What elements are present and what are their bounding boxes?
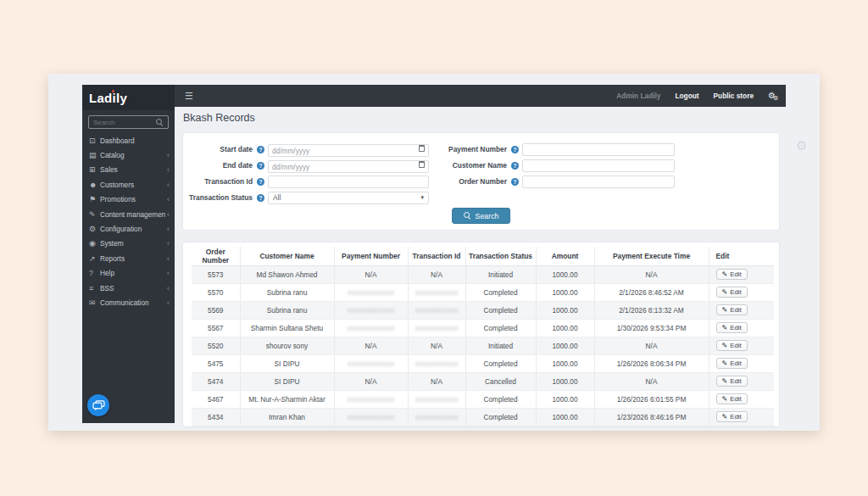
table-row: 5474SI DIPUN/AN/ACancelled1000.00N/A✎Edi… bbox=[192, 372, 774, 390]
chevron-left-icon: ‹ bbox=[167, 181, 170, 189]
records-panel: Order NumberCustomer NamePayment NumberT… bbox=[182, 242, 780, 427]
calendar-icon[interactable] bbox=[419, 161, 425, 168]
sidebar-item-dashboard[interactable]: ⊡Dashboard bbox=[82, 133, 175, 148]
table-row: 5567Sharmin Sultana ShetuXXXXXXXXXXXXXXX… bbox=[192, 319, 774, 337]
calendar-icon[interactable] bbox=[419, 145, 425, 152]
help-icon[interactable]: ? bbox=[511, 178, 519, 186]
admin-account-link[interactable]: Admin Ladily bbox=[616, 92, 660, 100]
customer-name-input[interactable] bbox=[522, 159, 675, 172]
sidebar-search-input[interactable] bbox=[93, 119, 156, 126]
cell-order-number: 5467 bbox=[192, 390, 240, 408]
chevron-left-icon: ‹ bbox=[167, 195, 170, 203]
cell-payment-number: N/A bbox=[334, 337, 408, 354]
page-title: Bkash Records bbox=[183, 112, 255, 124]
transaction-status-select[interactable]: All ▾ bbox=[268, 192, 429, 204]
transaction-id-input[interactable] bbox=[268, 176, 429, 188]
help-icon: ? bbox=[89, 269, 100, 277]
sidebar-item-promotions[interactable]: ⚑Promotions‹ bbox=[82, 192, 175, 207]
sidebar-item-catalog[interactable]: ▤Catalog‹ bbox=[82, 148, 175, 162]
cell-amount: 1000.00 bbox=[536, 319, 594, 337]
cell-payment-execute-time: 2/1/2026 8:13:32 AM bbox=[594, 301, 709, 319]
chat-widget-button[interactable] bbox=[87, 394, 109, 416]
help-icon[interactable]: ? bbox=[511, 162, 519, 170]
cell-edit: ✎Edit bbox=[709, 372, 774, 390]
sidebar: Ladily ⊡Dashboard▤Catalog‹⊞Sales‹☻Custom… bbox=[82, 85, 175, 423]
sidebar-item-customers[interactable]: ☻Customers‹ bbox=[82, 177, 175, 192]
edit-button[interactable]: ✎Edit bbox=[716, 376, 748, 387]
logout-link[interactable]: Logout bbox=[675, 92, 698, 100]
pencil-icon: ✎ bbox=[722, 270, 728, 278]
cell-transaction-id: XXXXXXXXXX bbox=[408, 283, 465, 301]
help-icon[interactable]: ? bbox=[257, 162, 264, 170]
edit-button[interactable]: ✎Edit bbox=[716, 287, 748, 298]
sidebar-item-configuration[interactable]: ⚙Configuration‹ bbox=[82, 221, 175, 236]
end-date-input[interactable] bbox=[268, 160, 429, 173]
payment-number-input[interactable] bbox=[522, 143, 675, 156]
cell-payment-number: XXXXXXXXXXX bbox=[334, 283, 408, 301]
help-icon[interactable]: ? bbox=[257, 178, 264, 186]
order-number-label: Order Number bbox=[437, 177, 509, 186]
cell-payment-number: XXXXXXXXXXX bbox=[334, 354, 408, 372]
column-header: Transaction Status bbox=[465, 247, 536, 265]
edit-button[interactable]: ✎Edit bbox=[716, 304, 748, 315]
cell-transaction-id: XXXXXXXXXX bbox=[408, 390, 465, 408]
table-row: 5520shourov sonyN/AN/AInitiated1000.00N/… bbox=[192, 337, 774, 354]
edit-button[interactable]: ✎Edit bbox=[716, 322, 748, 333]
sidebar-item-help[interactable]: ?Help‹ bbox=[82, 266, 175, 281]
start-date-input[interactable] bbox=[268, 144, 429, 157]
column-header: Order Number bbox=[192, 247, 240, 265]
cell-customer-name: SI DIPU bbox=[240, 354, 334, 372]
edit-button[interactable]: ✎Edit bbox=[716, 411, 748, 422]
sidebar-item-reports[interactable]: ↗Reports‹ bbox=[82, 251, 175, 265]
chevron-left-icon: ‹ bbox=[167, 254, 170, 263]
pencil-icon: ✎ bbox=[722, 395, 728, 403]
order-number-input[interactable] bbox=[522, 176, 675, 188]
edit-button[interactable]: ✎Edit bbox=[716, 340, 748, 351]
transaction-status-label: Transaction Status bbox=[183, 193, 255, 202]
sidebar-item-bss[interactable]: ≡BSS‹ bbox=[82, 281, 175, 295]
brand-logo[interactable]: Ladily bbox=[82, 85, 175, 110]
sidebar-item-communication[interactable]: ✉Communication‹ bbox=[82, 295, 175, 309]
cell-transaction-status: Completed bbox=[465, 319, 536, 337]
sales-icon: ⊞ bbox=[89, 165, 100, 174]
table-row: 5434Imran KhanXXXXXXXXXXXXXXXXXXXXXCompl… bbox=[192, 408, 774, 426]
cell-payment-number: XXXXXXXXXXX bbox=[334, 301, 408, 319]
cell-customer-name: shourov sony bbox=[240, 337, 334, 354]
hamburger-icon[interactable]: ☰ bbox=[185, 92, 193, 101]
cell-order-number: 5570 bbox=[192, 283, 240, 301]
pencil-icon: ✎ bbox=[722, 306, 728, 314]
settings-gears-icon[interactable]: ⚙⚙ bbox=[768, 92, 776, 100]
promotions-icon: ⚑ bbox=[89, 195, 100, 203]
edit-button[interactable]: ✎Edit bbox=[716, 393, 748, 404]
search-button[interactable]: Search bbox=[452, 208, 511, 224]
edit-button[interactable]: ✎Edit bbox=[716, 269, 748, 280]
edit-button[interactable]: ✎Edit bbox=[716, 358, 748, 369]
cell-payment-execute-time: 2/1/2026 8:46:52 AM bbox=[594, 283, 709, 301]
chevron-left-icon: ‹ bbox=[167, 298, 170, 307]
sidebar-item-content-management[interactable]: ✎Content management‹ bbox=[82, 207, 175, 221]
pencil-icon: ✎ bbox=[722, 377, 728, 385]
help-icon[interactable]: ? bbox=[511, 146, 519, 153]
public-store-link[interactable]: Public store bbox=[714, 92, 754, 100]
cell-transaction-id: XXXXXXXXXX bbox=[408, 301, 465, 319]
communication-icon: ✉ bbox=[89, 298, 100, 307]
dashboard-icon: ⊡ bbox=[89, 137, 100, 145]
reports-icon: ↗ bbox=[89, 254, 100, 263]
help-icon[interactable]: ? bbox=[257, 146, 264, 153]
cell-amount: 1000.00 bbox=[536, 372, 594, 390]
transaction-id-label: Transaction Id bbox=[183, 177, 255, 186]
sidebar-item-sales[interactable]: ⊞Sales‹ bbox=[82, 163, 175, 177]
cell-order-number: 5475 bbox=[192, 354, 240, 372]
help-icon[interactable]: ? bbox=[257, 194, 264, 202]
sidebar-item-system[interactable]: ◉System‹ bbox=[82, 237, 175, 251]
cell-payment-execute-time: 1/23/2026 8:46:16 PM bbox=[594, 408, 709, 426]
cell-transaction-id: XXXXXXXXXX bbox=[408, 319, 465, 337]
payment-number-label: Payment Number bbox=[437, 145, 509, 153]
bss-icon: ≡ bbox=[89, 284, 100, 293]
column-header: Amount bbox=[536, 247, 594, 265]
search-icon bbox=[464, 212, 471, 220]
table-row: 5569Subrina ranuXXXXXXXXXXXXXXXXXXXXXCom… bbox=[192, 301, 774, 319]
floating-settings-gear-icon[interactable]: ⚙ bbox=[796, 138, 807, 153]
column-header: Customer Name bbox=[240, 247, 334, 265]
cell-customer-name: Subrina ranu bbox=[240, 301, 334, 319]
